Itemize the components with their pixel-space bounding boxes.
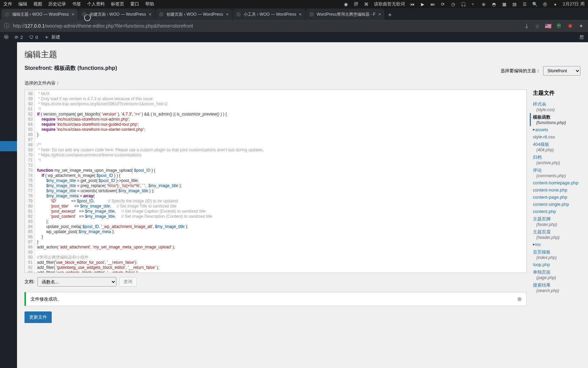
menu-标签页[interactable]: 标签页 bbox=[111, 1, 124, 7]
file-item[interactable]: loop.php bbox=[533, 261, 581, 268]
file-item[interactable]: 404模板(404.php) bbox=[533, 140, 581, 153]
wp-admin-sidebar[interactable] bbox=[0, 42, 17, 368]
notice-dismiss-icon[interactable]: ⊗ bbox=[517, 296, 522, 302]
calendar-icon[interactable]: ▤ bbox=[512, 1, 517, 7]
close-icon[interactable]: × bbox=[299, 12, 301, 17]
theme-select[interactable]: Storefront bbox=[543, 66, 581, 76]
file-item[interactable]: 主题页眉(header.php) bbox=[533, 228, 581, 241]
menu-编辑[interactable]: 编辑 bbox=[18, 1, 27, 7]
ime-icon[interactable]: 拼 bbox=[354, 1, 359, 7]
file-item[interactable]: 样式表(style.css) bbox=[533, 100, 581, 113]
file-item[interactable]: inc bbox=[533, 241, 581, 248]
control-center-icon[interactable]: ⦿ bbox=[542, 1, 548, 7]
media-play-icon[interactable]: ▶ bbox=[420, 1, 425, 7]
status-dot-icon: ● bbox=[553, 1, 558, 7]
file-item[interactable]: 首页模板(index.php) bbox=[533, 248, 581, 261]
code-gutter: 5859606162636465666768697071727374757677… bbox=[25, 90, 35, 273]
extension-icon[interactable]: ✱ bbox=[567, 23, 573, 29]
file-item[interactable]: 主题页脚(footer.php) bbox=[533, 215, 581, 228]
globe-icon[interactable]: ⊕ bbox=[481, 1, 487, 7]
file-label: content-none.php bbox=[533, 187, 567, 193]
file-item[interactable]: 评论(comments.php) bbox=[533, 166, 581, 179]
now-playing: 该歌曲暂无歌词 bbox=[374, 1, 405, 7]
file-meta: (index.php) bbox=[533, 255, 581, 260]
browser-tab[interactable]: 小工具 ‹ WOO — WordPress× bbox=[233, 9, 305, 20]
file-item[interactable]: content-homepage.php bbox=[533, 179, 581, 186]
discord-icon[interactable]: ◓ bbox=[491, 1, 497, 7]
wifi-icon[interactable]: ᯤ bbox=[471, 1, 476, 7]
code-content[interactable]: * NUX * Only load if wp version is 4.7.3… bbox=[35, 90, 526, 273]
media-next-icon[interactable]: ⏭ bbox=[430, 1, 436, 7]
update-file-button[interactable]: 更新文件 bbox=[24, 311, 52, 323]
menu-窗口[interactable]: 窗口 bbox=[130, 1, 139, 7]
file-item[interactable]: content.php bbox=[533, 208, 581, 215]
comments-icon[interactable]: 🗨 0 bbox=[29, 35, 38, 40]
refresh-icon[interactable]: ⟳ 2 bbox=[15, 35, 23, 40]
wp-admin-bar: ⓦ ⟳ 2 🗨 0 ＋新建 您 bbox=[0, 32, 588, 42]
file-meta: (search.php) bbox=[533, 288, 581, 293]
file-item[interactable]: assets bbox=[533, 126, 581, 133]
file-item[interactable]: content-single.php bbox=[533, 201, 581, 208]
favicon-icon bbox=[159, 12, 164, 17]
menu-视图[interactable]: 视图 bbox=[33, 1, 42, 7]
file-item[interactable]: 归档(archive.php) bbox=[533, 153, 581, 166]
menu-帮助[interactable]: 帮助 bbox=[145, 1, 154, 7]
menubar-left: 文件编辑视图历史记录书签个人资料标签页窗口帮助 bbox=[3, 1, 154, 7]
favicon-icon bbox=[309, 12, 314, 17]
code-editor[interactable]: 5859606162636465666768697071727374757677… bbox=[24, 90, 527, 273]
address-bar: ⓘ http://127.0.0.1/woo/wp-admin/theme-ed… bbox=[0, 20, 588, 32]
doc-function-select[interactable]: 函数名... bbox=[37, 277, 116, 287]
file-item[interactable]: 搜索结果(search.php) bbox=[533, 281, 581, 294]
browser-tab[interactable]: 创建页面 ‹ WOO — WordPress× bbox=[156, 9, 232, 20]
menu-文件[interactable]: 文件 bbox=[3, 1, 12, 7]
file-item[interactable]: content-none.php bbox=[533, 186, 581, 194]
site-info-icon[interactable]: ⓘ bbox=[4, 22, 10, 30]
sync-icon[interactable]: ⟳ bbox=[440, 1, 446, 7]
favicon-icon bbox=[5, 12, 10, 17]
menu-历史记录[interactable]: 历史记录 bbox=[48, 1, 66, 7]
headphones-icon[interactable]: 🎧 bbox=[461, 1, 466, 7]
clock-text[interactable]: 2月27日 周 bbox=[563, 1, 585, 7]
menubar-right: ◉ 拼 ⌘ 该歌曲暂无歌词 ⏮ ▶ ⏭ ⟳ ◷ 🎧 ᯤ ⊕ ◓ ▦ ▤ ☰ 🔍 … bbox=[343, 1, 585, 7]
grid-icon[interactable]: ▦ bbox=[502, 1, 507, 7]
file-label: 搜索结果 bbox=[533, 282, 551, 288]
user-greeting[interactable]: 您 bbox=[579, 34, 584, 40]
media-prev-icon[interactable]: ⏮ bbox=[410, 1, 415, 7]
file-meta: (404.php) bbox=[533, 148, 581, 152]
file-item[interactable]: content-page.php bbox=[533, 194, 581, 201]
file-item[interactable]: style-rtl.css bbox=[533, 133, 581, 140]
new-tab-button[interactable]: + bbox=[385, 10, 395, 20]
file-label: content-homepage.php bbox=[533, 180, 578, 185]
doc-lookup-button[interactable]: 查询 bbox=[119, 277, 137, 287]
extensions-icon[interactable]: ✦ bbox=[578, 23, 584, 29]
file-meta: (header.php) bbox=[533, 235, 581, 240]
menu-书签[interactable]: 书签 bbox=[72, 1, 81, 7]
browser-tab[interactable]: 编辑主题 ‹ WOO — WordPress× bbox=[1, 9, 78, 20]
menu-icon[interactable]: ☰ bbox=[522, 1, 527, 7]
browser-tab[interactable]: WordPress禁用古腾堡编辑器 - F× bbox=[306, 9, 385, 20]
clock-icon[interactable]: ◷ bbox=[451, 1, 456, 7]
update-count: 2 bbox=[20, 35, 23, 40]
search-icon[interactable]: 🔍 bbox=[532, 1, 538, 7]
url-display[interactable]: http://127.0.0.1/woo/wp-admin/theme-edit… bbox=[13, 23, 520, 29]
bookmark-icon[interactable]: ☆ bbox=[534, 23, 540, 29]
install-icon[interactable]: ⤓ bbox=[523, 23, 529, 29]
app-icon[interactable]: ⌘ bbox=[364, 1, 369, 7]
wp-logo-icon[interactable]: ⓦ bbox=[4, 34, 9, 40]
file-label: content-page.php bbox=[533, 195, 567, 200]
file-item[interactable]: 单独页面(page.php) bbox=[533, 268, 581, 281]
url-scheme: http:// bbox=[13, 23, 25, 29]
flag-icon[interactable]: 🇺🇸 bbox=[545, 23, 551, 29]
close-icon[interactable]: × bbox=[149, 12, 151, 17]
close-icon[interactable]: × bbox=[71, 12, 74, 17]
sidebar-active-indicator bbox=[0, 141, 17, 151]
menu-个人资料[interactable]: 个人资料 bbox=[87, 1, 105, 7]
loading-cursor-icon bbox=[84, 14, 91, 21]
record-icon[interactable]: ◉ bbox=[343, 1, 349, 7]
file-item[interactable]: 模板函数(functions.php) bbox=[530, 113, 581, 126]
close-icon[interactable]: × bbox=[378, 12, 381, 17]
shield-icon[interactable]: ⛨ bbox=[556, 23, 562, 29]
new-button[interactable]: ＋新建 bbox=[44, 34, 60, 41]
close-icon[interactable]: × bbox=[226, 12, 229, 17]
file-meta: (functions.php) bbox=[533, 120, 581, 125]
